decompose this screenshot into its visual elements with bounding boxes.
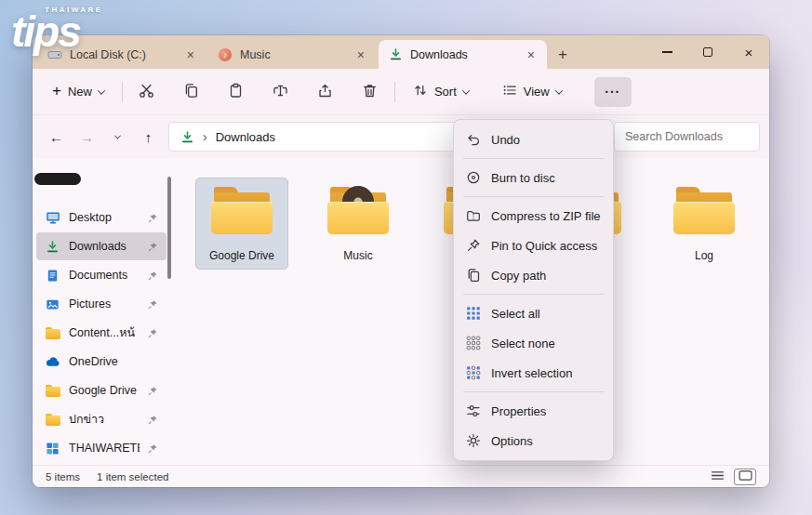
new-tab-button[interactable]: + [549,40,577,69]
invert-selection-icon [466,365,481,380]
address-bar: ← → ↑ › Downloads [33,115,769,158]
pin-icon [148,299,158,310]
trash-icon [362,83,378,101]
file-tile-music[interactable]: Music [313,178,404,269]
chevron-down-icon [555,86,563,94]
tab-music[interactable]: ♪ Music × [208,40,377,69]
menu-item-compress-zip[interactable]: Compress to ZIP file [459,201,608,231]
file-tile-log[interactable]: Log [659,178,750,269]
file-tile-google-drive[interactable]: Google Drive [196,178,287,269]
list-view-icon [711,470,725,482]
file-name: Music [343,249,372,263]
music-folder-icon [327,186,389,234]
command-bar: + New [33,69,769,115]
see-more-menu: Undo Burn to disc Compress to ZIP file P… [453,119,614,461]
pin-icon [148,213,158,223]
new-button-label: New [68,85,92,99]
new-button[interactable]: + New [42,76,114,108]
delete-button[interactable] [353,76,387,108]
downloads-icon [45,239,60,255]
tab-close-icon[interactable]: × [354,47,367,62]
recent-locations-button[interactable] [103,123,132,151]
sidebar-item-documents[interactable]: Documents [36,261,166,289]
share-icon [317,83,333,101]
file-explorer-window: Local Disk (C:) × ♪ Music × Downloads × … [33,35,769,487]
pin-icon [466,238,481,253]
menu-item-select-none[interactable]: Select none [459,328,608,358]
sidebar-item-pictures[interactable]: Pictures [36,290,166,318]
view-toggles [706,469,756,485]
tab-close-icon[interactable]: × [525,47,538,62]
up-button[interactable]: ↑ [134,123,163,151]
tab-local-disk[interactable]: Local Disk (C:) × [38,40,206,69]
menu-item-select-all[interactable]: Select all [459,298,608,328]
maximize-button[interactable] [687,35,728,69]
navigation-pane: Desktop Downloads Documents Pictures [33,158,172,465]
view-buttons: Sort View ··· [403,76,632,108]
forward-button[interactable]: → [73,123,101,151]
sidebar-item-onedrive[interactable]: OneDrive [36,348,166,376]
drive-icon [47,47,62,62]
menu-item-properties[interactable]: Properties [459,396,608,426]
sidebar-item-downloads[interactable]: Downloads [36,232,166,260]
menu-item-undo[interactable]: Undo [459,125,608,154]
breadcrumb-item-downloads[interactable]: Downloads [216,130,275,144]
document-icon [45,268,60,284]
share-button[interactable] [309,76,342,108]
sidebar-item-thaiware[interactable]: THAIWARETE [36,434,166,462]
copy-icon [466,268,481,283]
toolbar-divider [394,82,395,102]
toolbar-divider [122,82,123,102]
menu-separator [463,294,604,295]
scroll-indicator[interactable] [34,173,81,185]
minimize-icon [662,51,672,53]
back-button[interactable]: ← [42,123,71,151]
breadcrumb-chevron: › [203,129,207,144]
pin-icon [148,328,158,338]
sidebar-item-desktop[interactable]: Desktop [36,204,166,231]
sidebar-item-google-drive[interactable]: Google Drive [36,376,166,404]
sidebar-item-content-folder[interactable]: Content...หน้ [36,319,166,347]
copy-button[interactable] [175,76,208,108]
onedrive-cloud-icon [45,354,60,370]
chevron-down-icon [98,86,105,94]
sidebar-scrollbar[interactable] [167,177,171,279]
sidebar-item-pokkhao-folder[interactable]: ปกข่าว [36,405,166,433]
menu-item-pin-quick-access[interactable]: Pin to Quick access [459,231,608,260]
minimize-button[interactable] [646,35,687,69]
sort-button[interactable]: Sort [403,76,479,108]
menu-item-burn-to-disc[interactable]: Burn to disc [459,163,608,192]
sort-button-label: Sort [434,85,457,99]
up-icon: ↑ [145,129,153,145]
see-more-button[interactable]: ··· [594,77,632,107]
view-button[interactable]: View [492,76,572,108]
menu-item-invert-selection[interactable]: Invert selection [459,358,608,388]
menu-separator [463,196,604,197]
search-input[interactable] [625,130,749,143]
details-view-button[interactable] [706,469,728,485]
plus-icon: + [52,83,61,99]
menu-separator [463,158,604,159]
search-box [614,122,760,152]
tab-label: Local Disk (C:) [70,48,177,61]
tab-downloads[interactable]: Downloads × [379,40,547,69]
select-all-icon [466,306,481,321]
scissors-icon [139,83,154,101]
tab-close-icon[interactable]: × [184,47,197,62]
pin-icon [148,443,158,454]
paste-button[interactable] [220,76,253,108]
close-button[interactable]: × [728,35,769,69]
view-icon [502,83,517,100]
pictures-icon [45,297,60,312]
disc-icon [466,170,481,185]
view-button-label: View [524,85,550,99]
menu-item-options[interactable]: Options [459,426,608,456]
window-controls: × [646,35,769,69]
menu-item-copy-path[interactable]: Copy path [459,260,608,290]
cut-button[interactable] [130,76,164,108]
downloads-icon [180,129,194,144]
rename-button[interactable] [264,76,298,108]
large-icons-view-button[interactable] [734,469,756,485]
menu-separator [463,391,604,392]
tab-strip: Local Disk (C:) × ♪ Music × Downloads × … [33,35,769,69]
